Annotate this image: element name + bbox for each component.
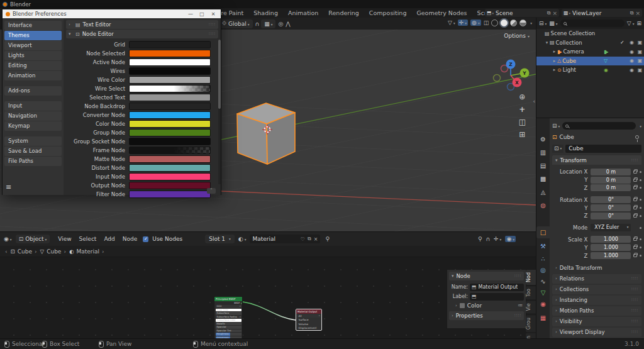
editor-type-icon[interactable]: ⊟	[552, 123, 560, 129]
properties-tab[interactable]: ⚒	[536, 240, 550, 252]
unlink-material-icon[interactable]: ×	[314, 236, 318, 242]
viewlayer-selector[interactable]: ▩ ViewLayer	[562, 9, 642, 17]
scale-value-field[interactable]: 1.000	[591, 252, 631, 259]
visibility-filter-icon[interactable]: ▽	[448, 19, 455, 26]
color-swatch[interactable]	[129, 147, 211, 154]
node-label-field[interactable]: ⬒	[470, 293, 524, 301]
menu-item[interactable]: Node	[121, 236, 140, 242]
node-name-field[interactable]: ⬒ Material Output	[470, 284, 524, 291]
lock-icon[interactable]	[633, 214, 637, 218]
node-row[interactable]: Specular	[216, 326, 242, 329]
sidebar-tab[interactable]: Option	[526, 333, 536, 338]
prefs-sidebar-item[interactable]: File Paths	[4, 157, 62, 166]
prefs-sidebar-item[interactable]: Add-ons	[4, 86, 62, 96]
color-swatch[interactable]	[129, 85, 211, 92]
properties-search-input[interactable]	[562, 122, 636, 130]
disable-in-renders-icon[interactable]: ▣	[636, 49, 644, 55]
workspace-tab[interactable]: Shading	[248, 8, 283, 18]
node-row[interactable]: Base Color	[216, 309, 242, 312]
prefs-sidebar-item[interactable]: Keymap	[4, 121, 62, 131]
node-panel-header[interactable]: ▾ Node ∷∷	[449, 272, 524, 280]
drag-grip-icon[interactable]: ∷∷	[514, 274, 521, 279]
snap-magnet-icon[interactable]: ∩	[255, 21, 260, 27]
sidebar-tab[interactable]: Vie	[526, 301, 536, 313]
prefs-sidebar-item[interactable]: Interface	[4, 21, 62, 30]
properties-tab[interactable]: ▤	[536, 160, 550, 172]
scroll-up-icon[interactable]: ˄	[207, 188, 216, 194]
disable-in-renders-icon[interactable]: ▣	[636, 58, 644, 64]
outliner-row[interactable]: ▸ ⊙ Light ◉ ◉ ▣	[536, 65, 644, 75]
prefs-sidebar-item[interactable]: Editing	[4, 61, 62, 70]
animate-dot-icon[interactable]	[640, 207, 641, 209]
node-row[interactable]: Metallic	[216, 323, 242, 326]
object-type-icon[interactable]: △	[557, 58, 560, 64]
lock-icon[interactable]	[633, 246, 637, 249]
object-data-icon[interactable]: ▽	[604, 58, 620, 64]
display-mode-icon[interactable]: ⊟	[539, 20, 547, 26]
properties-tab[interactable]: ◎	[536, 264, 550, 276]
properties-tab[interactable]: ◉	[536, 298, 550, 310]
object-type-icon[interactable]: ▮▸	[557, 49, 561, 55]
scale-value-field[interactable]: 1.000	[591, 236, 631, 243]
close-icon[interactable]: ✕	[209, 11, 218, 17]
shader-type-dropdown[interactable]: ⊡ Object	[16, 235, 50, 243]
lock-icon[interactable]	[633, 238, 637, 241]
disclosure-icon[interactable]: ▸	[552, 67, 557, 72]
camera-view-icon[interactable]: ◫	[519, 118, 526, 126]
node-row[interactable]: Subsurface Color	[216, 319, 242, 322]
sidebar-tab[interactable]: Nod	[526, 270, 536, 285]
scale-value-field[interactable]: 1.000	[591, 244, 631, 251]
color-swatch[interactable]	[129, 41, 211, 48]
zoom-tool-icon[interactable]: ⊕	[519, 93, 525, 101]
object-name[interactable]: Camera	[563, 48, 604, 55]
scene-selector[interactable]: ⬒ Scene	[485, 9, 559, 17]
node-row[interactable]: Specular Tint	[216, 330, 242, 333]
material-browse-icon[interactable]: ◐	[238, 236, 247, 242]
color-swatch[interactable]	[129, 50, 211, 57]
color-swatch[interactable]	[129, 67, 211, 75]
disclosure-icon[interactable]: ▾	[544, 40, 550, 45]
properties-tab[interactable]: ∴	[536, 253, 550, 265]
properties-tab[interactable]: □	[536, 226, 550, 238]
outliner-row[interactable]: ▾ ▤ Collection ✓ ◉ ▣	[536, 38, 644, 48]
collapsed-panel[interactable]: › Instancing ∷∷	[552, 296, 641, 305]
color-swatch[interactable]	[129, 120, 211, 128]
slot-dropdown[interactable]: Slot 1	[205, 235, 235, 243]
use-nodes-checkbox[interactable]: ✓	[143, 236, 148, 242]
outliner-row[interactable]: ▤ Scene Collection	[536, 29, 644, 38]
copy-material-icon[interactable]: ⧉	[308, 236, 311, 242]
show-overlays-icon[interactable]: ◍	[470, 19, 481, 26]
new-collection-icon[interactable]: ⊞	[636, 20, 641, 26]
drag-grip-icon[interactable]: ∷∷	[631, 330, 638, 335]
filter-mode-icon[interactable]: ▩	[549, 20, 557, 26]
prefs-sidebar-item[interactable]: Viewport	[4, 41, 62, 50]
new-scene-icon[interactable]	[547, 9, 551, 16]
filter-icon[interactable]: ▽	[627, 20, 635, 26]
animate-dot-icon[interactable]	[640, 238, 641, 240]
drag-grip-icon[interactable]: ∷∷	[514, 313, 521, 318]
breadcrumb-item[interactable]: ▽ Cube ›	[40, 248, 66, 255]
node-row[interactable]: Roughness	[216, 333, 242, 336]
lock-icon[interactable]	[633, 254, 637, 257]
pin-icon[interactable]	[635, 135, 639, 139]
drag-grip-icon[interactable]: ∷∷	[209, 22, 216, 27]
sidebar-tab[interactable]: Grou	[526, 315, 536, 332]
properties-tab[interactable]: ◍	[536, 199, 550, 211]
lock-icon[interactable]	[633, 206, 637, 209]
object-name[interactable]: Light	[563, 67, 604, 73]
object-name[interactable]: Cube	[562, 58, 604, 64]
hide-in-viewport-icon[interactable]: ◉	[628, 40, 636, 45]
prefs-sidebar-item[interactable]: Input	[4, 101, 62, 111]
collapsed-panel[interactable]: › Collections ∷∷	[552, 285, 641, 294]
axis-negy-ball[interactable]	[494, 75, 501, 82]
preview-shading-icon[interactable]: ◉	[505, 236, 516, 242]
outliner-row[interactable]: ▸ ▮▸ Camera ▮▸ ◉ ▣	[536, 47, 644, 57]
disable-in-renders-icon[interactable]: ▣	[636, 67, 644, 73]
location-value-field[interactable]: 0 m	[591, 177, 631, 184]
preferences-titlebar[interactable]: Blender Preferences — □ ✕	[3, 9, 221, 18]
workspace-tab[interactable]: Geometry Nodes	[411, 8, 472, 18]
maximize-icon[interactable]: □	[197, 11, 206, 17]
navigation-gizmo[interactable]: Z Y X	[491, 53, 531, 98]
snap-magnet-icon[interactable]: ∩	[486, 236, 490, 242]
object-name-field[interactable]: Cube	[565, 145, 641, 153]
